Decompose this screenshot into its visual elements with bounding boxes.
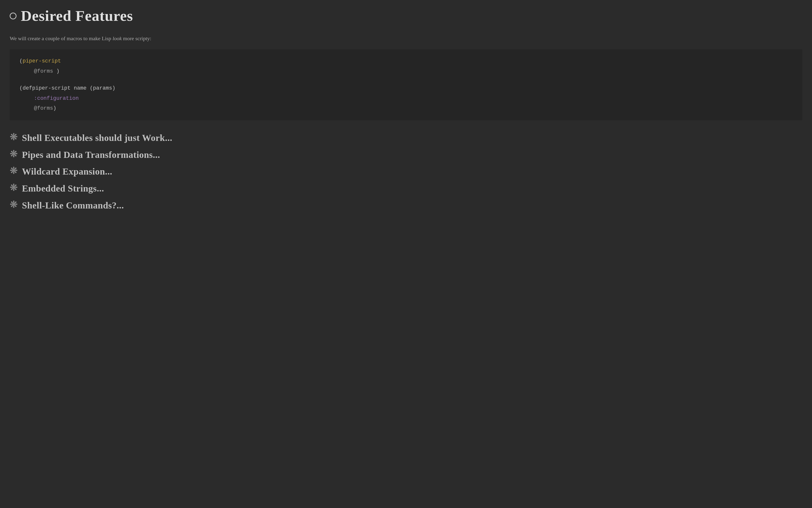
intro-text-after: more scripty:: [122, 35, 151, 41]
bullet-text-2: Pipes and Data Transformations...: [22, 150, 160, 161]
code-at-forms: @forms: [34, 68, 53, 74]
code-param-params: params: [93, 85, 112, 91]
page-container: Desired Features We will create a couple…: [10, 7, 802, 211]
code-line-2: @forms ): [19, 66, 793, 77]
features-list: ❊ Shell Executables should just Work... …: [10, 132, 802, 211]
asterisk-icon-5: ❊: [10, 200, 18, 209]
intro-text-italic: look: [113, 35, 122, 41]
code-paren-close-1: ): [56, 68, 59, 74]
list-item: ❊ Shell Executables should just Work...: [10, 132, 802, 143]
bullet-text-3: Wildcard Expansion...: [22, 166, 112, 177]
code-group-2: (defpiper-script name (params) :configur…: [19, 83, 793, 114]
header-section: Desired Features: [10, 7, 802, 25]
code-paren-open-1: (: [19, 58, 23, 64]
code-paren-open-2: (: [19, 85, 23, 91]
code-paren-close-2: ): [112, 85, 115, 91]
code-keyword-configuration: :configuration: [34, 95, 79, 101]
code-fn-defpiper-script: defpiper-script name: [23, 85, 90, 91]
asterisk-icon-4: ❊: [10, 183, 18, 192]
list-item: ❊ Shell-Like Commands?...: [10, 200, 802, 211]
asterisk-icon-2: ❊: [10, 150, 18, 159]
code-line-1: (piper-script: [19, 56, 793, 66]
code-paren-close-3: ): [53, 105, 56, 112]
bullet-text-5: Shell-Like Commands?...: [22, 200, 124, 211]
list-item: ❊ Wildcard Expansion...: [10, 166, 802, 177]
code-at-forms-2: @forms: [34, 105, 53, 112]
page-title: Desired Features: [21, 7, 133, 25]
intro-paragraph: We will create a couple of macros to mak…: [10, 34, 802, 43]
intro-text-before: We will create a couple of macros to mak…: [10, 35, 113, 41]
asterisk-icon-1: ❊: [10, 132, 18, 142]
code-block: (piper-script @forms ) (defpiper-script …: [10, 49, 802, 120]
code-line-4: :configuration: [19, 93, 793, 103]
code-group-1: (piper-script @forms ): [19, 56, 793, 77]
code-paren-open-3: (: [90, 85, 93, 91]
list-item: ❊ Embedded Strings...: [10, 183, 802, 194]
asterisk-icon-3: ❊: [10, 166, 18, 175]
circle-bullet-icon: [10, 12, 16, 19]
list-item: ❊ Pipes and Data Transformations...: [10, 150, 802, 161]
bullet-text-1: Shell Executables should just Work...: [22, 132, 172, 143]
code-line-5: @forms): [19, 103, 793, 114]
code-line-3: (defpiper-script name (params): [19, 83, 793, 93]
code-fn-piper-script: piper-script: [23, 58, 61, 64]
bullet-text-4: Embedded Strings...: [22, 183, 104, 194]
